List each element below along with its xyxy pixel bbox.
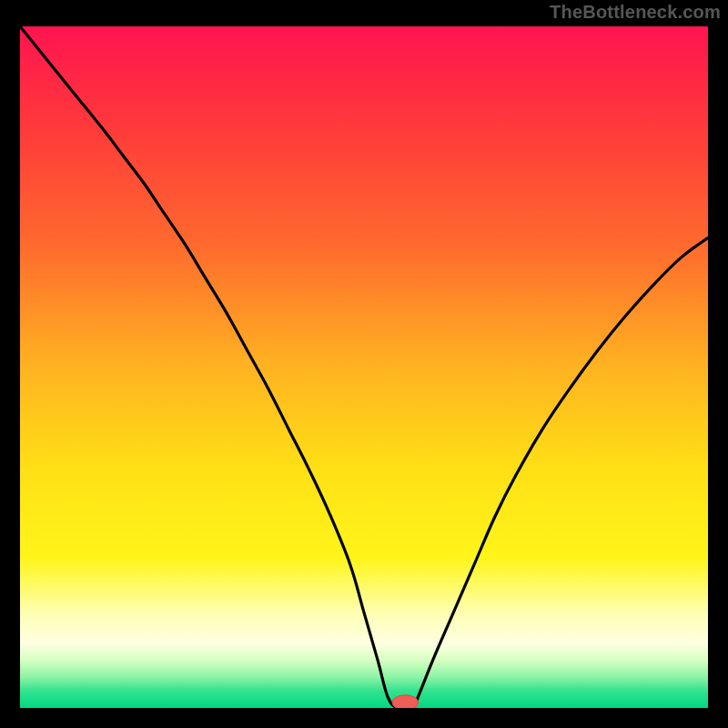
chart-container: TheBottleneck.com xyxy=(0,0,728,728)
gradient-background xyxy=(20,26,708,708)
optimum-marker xyxy=(392,695,419,708)
bottleneck-chart xyxy=(20,26,708,708)
attribution-watermark: TheBottleneck.com xyxy=(550,2,721,23)
plot-area xyxy=(20,26,708,708)
